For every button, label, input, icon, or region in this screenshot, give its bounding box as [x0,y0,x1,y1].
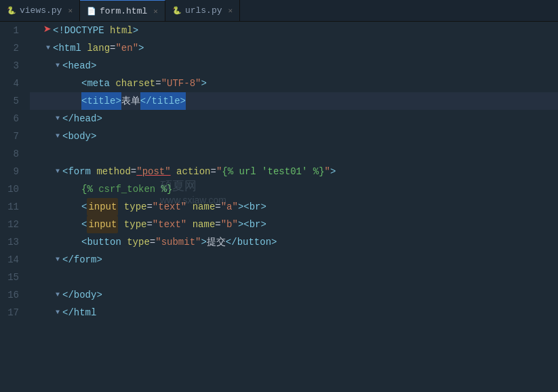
collapse-arrow-6[interactable]: ▼ [53,110,62,128]
python-icon: 🐍 [7,6,16,16]
code-line-2: ▼ <html lang = "en" > [30,39,558,57]
editor: 1 2 3 4 5 6 7 8 9 10 11 12 13 14 15 16 1… [0,22,558,392]
line-num-8: 8 [0,145,19,163]
line-num-3: 3 [0,57,19,75]
code-line-5: <title> 表单 </title> [30,92,558,110]
collapse-arrow-14[interactable]: ▼ [53,251,62,269]
input-tag-1: input [87,198,118,216]
tab-views-py[interactable]: 🐍 views.py ✕ [0,0,80,21]
code-line-15 [30,269,558,286]
code-area[interactable]: 硕夏网 www.sxiaw.com 🐍 ➤ <!DOCTYPE html > ▼… [24,22,558,392]
doctype-html: html [110,22,133,39]
html-icon: 📄 [87,6,96,16]
line-num-10: 10 [0,180,19,198]
tab-form-label: form.html [100,6,147,16]
tab-views-label: views.py [20,5,62,16]
code-line-14: ▼ </form> [30,251,558,269]
tab-bar: 🐍 views.py ✕ 📄 form.html ✕ 🐍 urls.py ✕ [0,0,558,22]
code-line-16: ▼ </body> [30,286,558,304]
line-num-11: 11 [0,198,19,216]
tab-form-close[interactable]: ✕ [153,7,158,16]
line-num-9: 9 [0,163,19,180]
line-num-17: 17 [0,304,19,321]
line-num-4: 4 [0,75,19,92]
line-num-5: 5 [0,92,19,110]
line-num-13: 13 [0,233,19,251]
line-num-2: 2 [0,39,19,57]
code-line-12: < input type = "text" name = "b" ><br> [30,216,558,233]
collapse-arrow-9[interactable]: ▼ [53,163,62,180]
line-num-16: 16 [0,286,19,304]
tab-urls-close[interactable]: ✕ [228,6,233,15]
code-line-3: ▼ <head> [30,57,558,75]
collapse-arrow-16[interactable]: ▼ [53,286,62,304]
collapse-arrow-17[interactable]: ▼ [53,304,62,321]
python-icon2: 🐍 [172,6,182,16]
code-line-13: <button type = "submit" > 提交 </button> [30,233,558,251]
line-num-1: 1 [0,22,19,39]
code-line-9: ▼ <form method = "post" action = " {% ur… [30,163,558,180]
code-line-7: ▼ <body> [30,128,558,145]
collapse-arrow-7[interactable]: ▼ [53,128,62,145]
code-line-4: <meta charset = "UTF-8" > [30,75,558,92]
line-numbers: 1 2 3 4 5 6 7 8 9 10 11 12 13 14 15 16 1… [0,22,24,392]
code-line-8 [30,145,558,163]
line-num-15: 15 [0,269,19,286]
line-num-6: 6 [0,110,19,128]
tab-urls-py[interactable]: 🐍 urls.py ✕ [165,0,240,21]
line-num-7: 7 [0,128,19,145]
code-line-10: {% csrf_token %} [30,180,558,198]
tab-views-close[interactable]: ✕ [68,6,73,15]
tab-urls-label: urls.py [185,5,222,16]
line-num-12: 12 [0,216,19,233]
line-num-14: 14 [0,251,19,269]
code-line-17: ▼ </html [30,304,558,321]
code-line-1: 🐍 ➤ <!DOCTYPE html > [30,22,558,39]
tab-form-html[interactable]: 📄 form.html ✕ [80,0,165,21]
input-tag-2: input [87,216,118,233]
code-line-11: < input type = "text" name = "a" ><br> [30,198,558,216]
collapse-arrow-2[interactable]: ▼ [43,39,53,57]
collapse-arrow-3[interactable]: ▼ [53,57,62,75]
code-line-6: ▼ </head> [30,110,558,128]
